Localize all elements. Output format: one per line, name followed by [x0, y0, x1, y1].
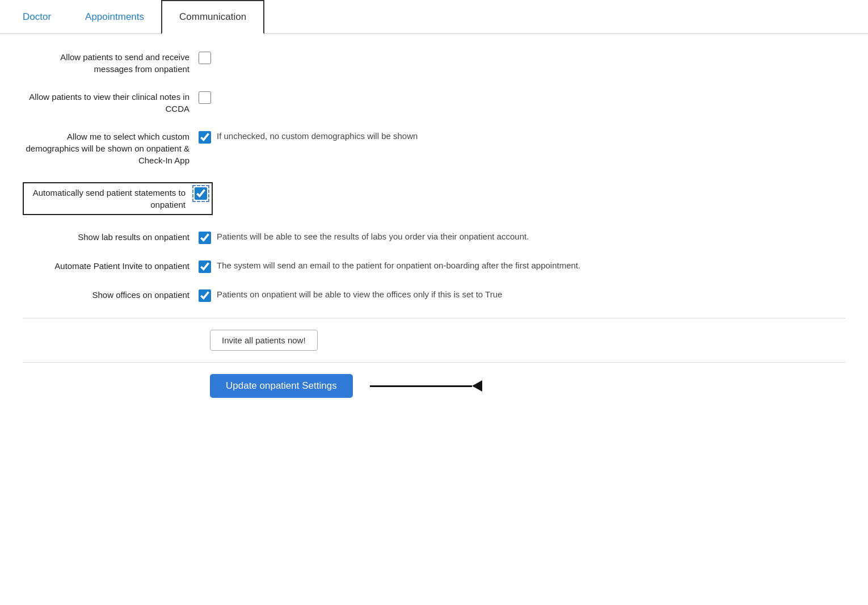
checkbox-wrapper-send-receive-messages [199, 52, 211, 64]
checkbox-wrapper-show-offices [199, 289, 211, 302]
checkbox-automate-patient-invite[interactable] [199, 261, 211, 273]
checkbox-wrapper-auto-send-statements [195, 187, 207, 200]
checkbox-view-clinical-notes[interactable] [199, 91, 211, 104]
checkbox-wrapper-automate-patient-invite [199, 261, 211, 273]
label-send-receive-messages: Allow patients to send and receive messa… [23, 51, 199, 75]
checkbox-show-offices[interactable] [199, 289, 211, 302]
row-show-offices: Show offices on onpatient Patients on on… [23, 289, 845, 302]
hint-show-offices: Patients on onpatient will be able to vi… [217, 289, 502, 299]
hint-custom-demographics: If unchecked, no custom demographics wil… [217, 131, 418, 141]
label-custom-demographics: Allow me to select which custom demograp… [23, 131, 199, 166]
invite-button-row: Invite all patients now! [23, 330, 845, 351]
row-auto-send-statements-outer: Automatically send patient statements to… [23, 182, 845, 215]
hint-automate-patient-invite: The system will send an email to the pat… [217, 261, 580, 270]
tab-bar: Doctor Appointments Communication [0, 0, 868, 34]
checkbox-wrapper-view-clinical-notes [199, 91, 211, 104]
content-area: Allow patients to send and receive messa… [0, 34, 868, 421]
separator-1 [23, 318, 845, 318]
arrow-head [472, 380, 482, 392]
tab-appointments[interactable]: Appointments [68, 0, 161, 33]
checkbox-custom-demographics[interactable] [199, 131, 211, 144]
tab-doctor[interactable]: Doctor [6, 0, 68, 33]
tab-communication[interactable]: Communication [161, 0, 264, 34]
checkbox-wrapper-custom-demographics [199, 131, 211, 144]
checkbox-wrapper-show-lab-results [199, 232, 211, 244]
checkbox-auto-send-statements[interactable] [195, 187, 207, 200]
label-view-clinical-notes: Allow patients to view their clinical no… [23, 91, 199, 115]
label-show-offices: Show offices on onpatient [23, 289, 199, 301]
label-automate-patient-invite: Automate Patient Invite to onpatient [23, 260, 199, 272]
highlighted-block: Automatically send patient statements to… [23, 182, 213, 215]
row-show-lab-results: Show lab results on onpatient Patients w… [23, 231, 845, 244]
row-send-receive-messages: Allow patients to send and receive messa… [23, 51, 845, 75]
label-show-lab-results: Show lab results on onpatient [23, 231, 199, 243]
row-custom-demographics: Allow me to select which custom demograp… [23, 131, 845, 166]
separator-2 [23, 362, 845, 363]
checkbox-send-receive-messages[interactable] [199, 52, 211, 64]
arrow-indicator [370, 380, 482, 392]
update-onpatient-settings-button[interactable]: Update onpatient Settings [210, 374, 353, 398]
arrow-line [370, 385, 472, 387]
hint-show-lab-results: Patients will be able to see the results… [217, 232, 529, 241]
row-view-clinical-notes: Allow patients to view their clinical no… [23, 91, 845, 115]
row-automate-patient-invite: Automate Patient Invite to onpatient The… [23, 260, 845, 273]
checkbox-show-lab-results[interactable] [199, 232, 211, 244]
update-button-row: Update onpatient Settings [23, 374, 845, 398]
invite-all-patients-button[interactable]: Invite all patients now! [210, 330, 318, 351]
label-auto-send-statements: Automatically send patient statements to… [27, 187, 195, 211]
